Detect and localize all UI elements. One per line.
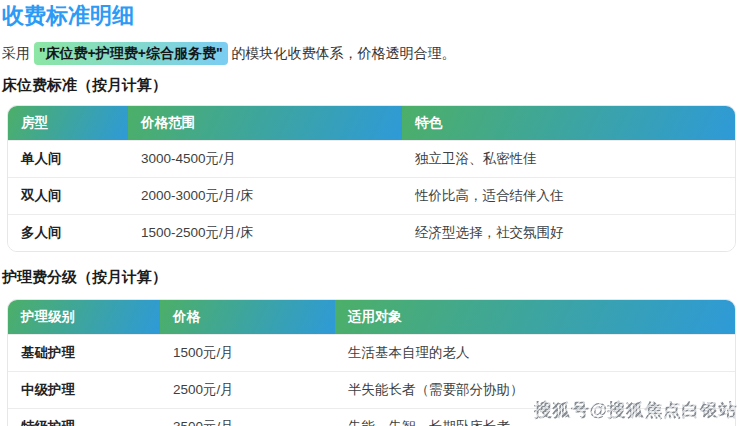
price-cell: 3000-4500元/月 [128, 141, 402, 178]
bed-fee-table: 房型 价格范围 特色 单人间 3000-4500元/月 独立卫浴、私密性佳 双人… [8, 106, 735, 251]
feature-cell: 经济型选择，社交氛围好 [402, 215, 735, 252]
sohu-watermark: 搜狐号@搜狐焦点白银站 [534, 398, 737, 422]
nursing-level-cell: 特级护理 [8, 409, 160, 426]
intro-suffix: 的模块化收费体系，价格透明合理。 [228, 45, 456, 61]
intro-highlight: "床位费+护理费+综合服务费" [34, 42, 228, 65]
table-row: 多人间 1500-2500元/月/床 经济型选择，社交氛围好 [8, 215, 735, 252]
table-row: 基础护理 1500元/月 生活基本自理的老人 [8, 335, 735, 372]
article-page: 收费标准明细 采用 "床位费+护理费+综合服务费" 的模块化收费体系，价格透明合… [0, 0, 740, 426]
column-header-applicable: 适用对象 [335, 300, 735, 335]
price-cell: 2500元/月 [160, 372, 335, 409]
table-header-row: 护理级别 价格 适用对象 [8, 300, 735, 335]
feature-cell: 性价比高，适合结伴入住 [402, 178, 735, 215]
page-title: 收费标准明细 [2, 3, 740, 29]
table-row: 双人间 2000-3000元/月/床 性价比高，适合结伴入住 [8, 178, 735, 215]
bed-fee-table-card: 房型 价格范围 特色 单人间 3000-4500元/月 独立卫浴、私密性佳 双人… [7, 105, 736, 252]
room-type-cell: 多人间 [8, 215, 128, 252]
column-header-features: 特色 [402, 106, 735, 141]
price-cell: 1500元/月 [160, 335, 335, 372]
nursing-level-cell: 中级护理 [8, 372, 160, 409]
section-heading-bed-fee: 床位费标准（按月计算） [2, 76, 740, 94]
table-row: 单人间 3000-4500元/月 独立卫浴、私密性佳 [8, 141, 735, 178]
column-header-nursing-level: 护理级别 [8, 300, 160, 335]
intro-paragraph: 采用 "床位费+护理费+综合服务费" 的模块化收费体系，价格透明合理。 [2, 42, 740, 65]
room-type-cell: 单人间 [8, 141, 128, 178]
feature-cell: 独立卫浴、私密性佳 [402, 141, 735, 178]
price-cell: 1500-2500元/月/床 [128, 215, 402, 252]
section-heading-nursing-fee: 护理费分级（按月计算） [2, 268, 740, 286]
price-cell: 2000-3000元/月/床 [128, 178, 402, 215]
intro-prefix: 采用 [2, 45, 34, 61]
room-type-cell: 双人间 [8, 178, 128, 215]
column-header-price: 价格 [160, 300, 335, 335]
column-header-price-range: 价格范围 [128, 106, 402, 141]
price-cell: 3500元/月 [160, 409, 335, 426]
nursing-level-cell: 基础护理 [8, 335, 160, 372]
column-header-room-type: 房型 [8, 106, 128, 141]
table-header-row: 房型 价格范围 特色 [8, 106, 735, 141]
applicable-cell: 生活基本自理的老人 [335, 335, 735, 372]
